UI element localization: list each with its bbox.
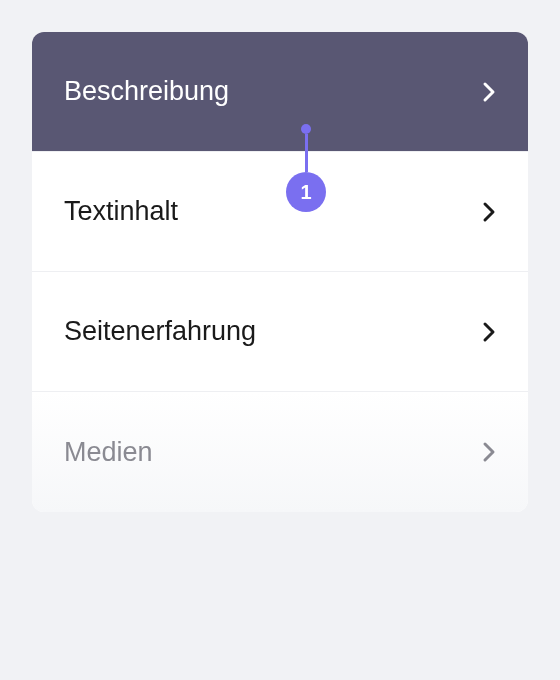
menu-item-label: Seitenerfahrung: [64, 316, 256, 347]
menu-item-label: Textinhalt: [64, 196, 178, 227]
menu-item-seitenerfahrung[interactable]: Seitenerfahrung: [32, 272, 528, 392]
chevron-right-icon: [482, 441, 496, 463]
callout-badge: 1: [286, 172, 326, 212]
callout-annotation: 1: [286, 124, 326, 212]
callout-dot-icon: [301, 124, 311, 134]
callout-line: [305, 134, 308, 172]
menu-item-textinhalt[interactable]: Textinhalt: [32, 152, 528, 272]
chevron-right-icon: [482, 201, 496, 223]
menu-item-beschreibung[interactable]: Beschreibung: [32, 32, 528, 152]
menu-container: Beschreibung Textinhalt Seitenerfahrung …: [32, 32, 528, 512]
menu-item-label: Medien: [64, 437, 153, 468]
chevron-right-icon: [482, 81, 496, 103]
chevron-right-icon: [482, 321, 496, 343]
menu-item-medien[interactable]: Medien: [32, 392, 528, 512]
menu-item-label: Beschreibung: [64, 76, 229, 107]
